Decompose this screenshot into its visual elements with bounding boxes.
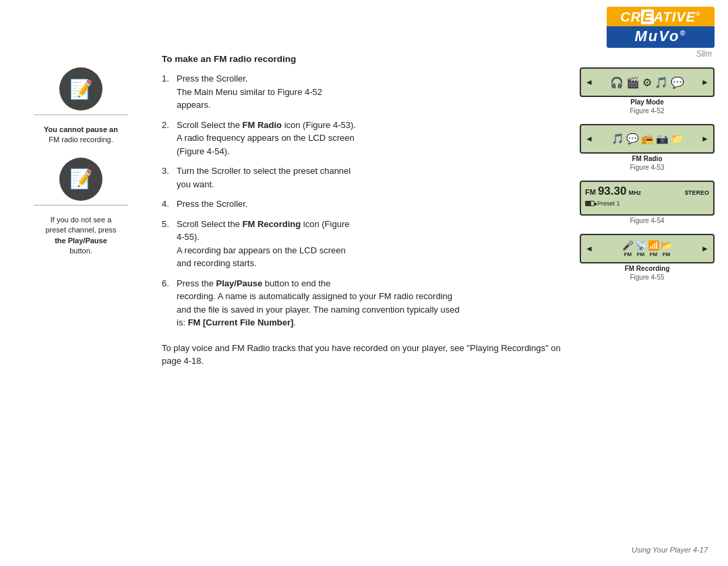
fm-rec-label: FM Recording bbox=[580, 265, 715, 272]
headphone-icon: 🎧 bbox=[610, 76, 624, 89]
radio-icon: 📻 bbox=[641, 133, 654, 145]
arrow-right-3-icon: ► bbox=[701, 244, 709, 253]
main-content: To make an FM radio recording 1. Press t… bbox=[162, 54, 573, 368]
note-icon-2: 📝 bbox=[59, 158, 102, 201]
fm-label: FM bbox=[585, 188, 596, 196]
music-icon: 🎵 bbox=[655, 76, 668, 89]
caption-54: Figure 4-54 bbox=[580, 217, 715, 224]
sidebar-note-2: If you do not see a preset channel, pres… bbox=[20, 215, 142, 257]
bubble-icon: 💬 bbox=[626, 133, 639, 145]
lcd-fm-rec: ◄ 🎤 FM 📡 FM 📶 FM 📂 FM ► bbox=[580, 234, 715, 263]
closing-paragraph: To play voice and FM Radio tracks that y… bbox=[162, 342, 573, 368]
freq-bottom-row: Preset 1 bbox=[585, 200, 709, 207]
play-mode-label: Play Mode bbox=[580, 98, 715, 106]
lcd-fm-freq: FM 93.30 MHz $TEREO Preset 1 bbox=[580, 181, 715, 216]
figure-54: FM 93.30 MHz $TEREO Preset 1 Figure 4-54 bbox=[580, 181, 715, 224]
step-2: 2. Scroll Select the FM Radio icon (Figu… bbox=[162, 119, 573, 158]
figure-55: ◄ 🎤 FM 📡 FM 📶 FM 📂 FM ► bbox=[580, 234, 715, 281]
arrow-left-3-icon: ◄ bbox=[585, 244, 593, 253]
sidebar-divider-2 bbox=[34, 205, 128, 206]
slim-label: Slim bbox=[607, 49, 715, 59]
freq-top-row: FM 93.30 MHz $TEREO bbox=[585, 185, 709, 198]
sidebar-divider-1 bbox=[34, 115, 128, 115]
rec-antenna-icon: 📡 bbox=[635, 240, 646, 251]
battery-icon bbox=[585, 201, 595, 206]
rec-icon-fm1: 📡 FM bbox=[635, 240, 646, 257]
rec-icon-fm3: 📂 FM bbox=[661, 240, 672, 257]
note-icon-1: 📝 bbox=[59, 67, 102, 111]
speech-icon: 💬 bbox=[671, 76, 684, 89]
figure-52: ◄ 🎧 🎬 ⚙ 🎵 💬 ► Play Mode Figure 4-52 bbox=[580, 67, 715, 115]
sidebar-note-1: You cannot pause an FM radio recording. bbox=[20, 125, 142, 146]
reg-symbol: ® bbox=[679, 29, 686, 37]
figures-area: ◄ 🎧 🎬 ⚙ 🎵 💬 ► Play Mode Figure 4-52 ◄ 🎵 … bbox=[580, 67, 715, 290]
note-icon: 🎵 bbox=[611, 133, 624, 145]
rec-icon-voice: 🎤 FM bbox=[622, 240, 634, 257]
file-icon: 📁 bbox=[671, 133, 684, 145]
arrow-right-2-icon: ► bbox=[701, 134, 709, 144]
creative-logo: CREATIVE® bbox=[607, 7, 715, 26]
video-icon: 🎬 bbox=[626, 76, 640, 89]
arrow-left-2-icon: ◄ bbox=[585, 134, 593, 144]
caption-53: Figure 4-53 bbox=[580, 164, 715, 171]
steps-list: 1. Press the Scroller. The Main Menu sim… bbox=[162, 72, 573, 329]
fm-rec-icons: 🎤 FM 📡 FM 📶 FM 📂 FM bbox=[622, 240, 672, 257]
step-5: 5. Scroll Select the FM Recording icon (… bbox=[162, 218, 573, 270]
lcd-fm-radio: ◄ 🎵 💬 📻 📷 📁 ► bbox=[580, 124, 715, 154]
camera-icon: 📷 bbox=[656, 133, 669, 145]
logo-area: CREATIVE® MuVo® Slim bbox=[607, 7, 715, 59]
step-4: 4. Press the Scroller. bbox=[162, 197, 573, 211]
rec-icon-fm2: 📶 FM bbox=[648, 240, 659, 257]
step-1: 1. Press the Scroller. The Main Menu sim… bbox=[162, 72, 573, 112]
page-footer: Using Your Player 4-17 bbox=[632, 546, 708, 554]
mhz-label: MHz bbox=[628, 189, 641, 196]
gear-icon: ⚙ bbox=[642, 76, 652, 89]
muvo-logo: MuVo® bbox=[607, 26, 715, 48]
lcd-play-mode: ◄ 🎧 🎬 ⚙ 🎵 💬 ► bbox=[580, 67, 715, 97]
fm-radio-icons: 🎵 💬 📻 📷 📁 bbox=[611, 133, 684, 145]
rec-folder-icon: 📂 bbox=[661, 240, 672, 251]
fm-radio-label: FM Radio bbox=[580, 155, 715, 162]
section-title: To make an FM radio recording bbox=[162, 54, 573, 64]
caption-55: Figure 4-55 bbox=[580, 274, 715, 281]
arrow-right-icon: ► bbox=[701, 77, 709, 87]
step-6: 6. Press the Play/Pause button to end th… bbox=[162, 277, 573, 329]
figure-53: ◄ 🎵 💬 📻 📷 📁 ► FM Radio Figure 4-53 bbox=[580, 124, 715, 171]
freq-number: 93.30 bbox=[598, 185, 627, 198]
rec-wave-icon: 📶 bbox=[648, 240, 659, 251]
caption-52: Figure 4-52 bbox=[580, 107, 715, 115]
arrow-left-icon: ◄ bbox=[585, 77, 593, 87]
sidebar: 📝 You cannot pause an FM radio recording… bbox=[20, 67, 142, 261]
preset-label: Preset 1 bbox=[597, 200, 620, 207]
play-mode-icons: 🎧 🎬 ⚙ 🎵 💬 bbox=[610, 76, 684, 89]
stereo-label: $TEREO bbox=[685, 189, 709, 196]
step-3: 3. Turn the Scroller to select the prese… bbox=[162, 164, 573, 191]
mic-icon: 🎤 bbox=[622, 240, 634, 251]
